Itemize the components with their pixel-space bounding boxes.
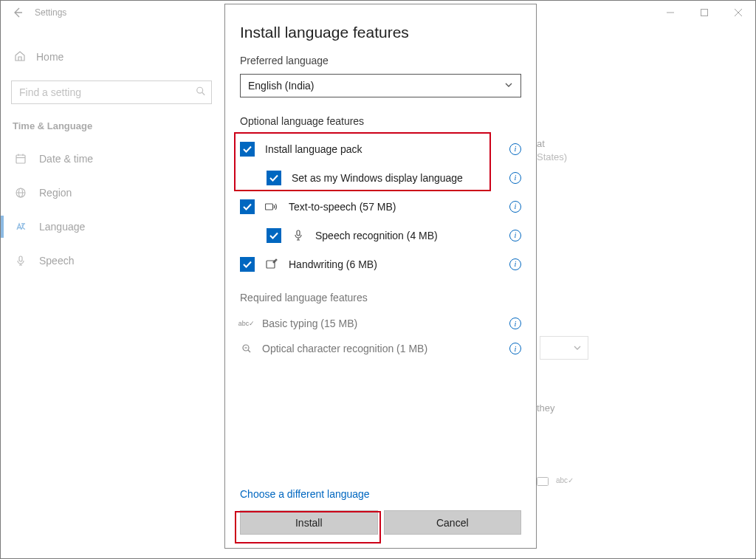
sidebar-home[interactable]: Home (1, 42, 222, 72)
required-ocr: Optical character recognition (1 MB) i (240, 336, 521, 361)
install-button[interactable]: Install (240, 510, 378, 535)
back-button[interactable] (1, 1, 35, 24)
calendar-icon (14, 152, 27, 165)
feature-label: Speech recognition (4 MB) (315, 230, 438, 241)
preferred-language-label: Preferred language (240, 55, 521, 66)
svg-rect-1 (701, 10, 708, 16)
language-icon (14, 220, 27, 233)
tts-icon (265, 200, 278, 213)
search-input[interactable] (11, 80, 212, 104)
checkbox-checked[interactable] (240, 199, 255, 214)
feature-install-language-pack[interactable]: Install language pack i (240, 134, 521, 163)
home-icon (14, 50, 26, 64)
sidebar-search[interactable] (11, 80, 212, 104)
info-icon[interactable]: i (509, 201, 521, 213)
svg-line-5 (202, 92, 205, 95)
sidebar-item-label: Language (39, 221, 85, 233)
optional-features-label: Optional language features (240, 115, 521, 127)
svg-rect-14 (537, 478, 549, 486)
sidebar-home-label: Home (36, 51, 63, 63)
svg-point-4 (197, 87, 203, 93)
feature-text-to-speech[interactable]: Text-to-speech (57 MB) i (240, 192, 521, 221)
info-icon[interactable]: i (509, 143, 521, 155)
settings-window: Settings Home Time & Languag (0, 0, 756, 559)
feature-handwriting[interactable]: Handwriting (6 MB) i (240, 250, 521, 278)
sidebar-item-speech[interactable]: Speech (1, 244, 222, 278)
bg-iconrow: abc✓ (537, 476, 574, 488)
sidebar-section-header: Time & Language (1, 117, 222, 142)
choose-different-language-link[interactable]: Choose a different language (240, 488, 370, 500)
install-language-dialog: Install language features Preferred lang… (224, 4, 537, 549)
svg-rect-17 (266, 204, 273, 210)
cancel-button[interactable]: Cancel (384, 510, 522, 535)
required-label: Basic typing (15 MB) (262, 318, 357, 329)
required-basic-typing: abc✓ Basic typing (15 MB) i (240, 311, 521, 336)
microphone-icon (14, 254, 27, 267)
keyboard-icon (537, 476, 549, 488)
preferred-language-combo[interactable]: English (India) (240, 74, 521, 97)
feature-label: Handwriting (6 MB) (289, 258, 377, 270)
close-button[interactable] (721, 1, 755, 24)
globe-icon (14, 186, 27, 199)
sidebar-item-label: Speech (39, 255, 74, 267)
svg-rect-6 (16, 155, 25, 163)
bg-text-b: States) (537, 151, 567, 162)
feature-label: Set as my Windows display language (292, 172, 463, 184)
minimize-button[interactable] (653, 1, 687, 24)
sidebar-item-language[interactable]: Language (1, 210, 222, 244)
feature-label: Install language pack (265, 143, 362, 155)
checkbox-checked[interactable] (240, 142, 255, 157)
checkbox-checked[interactable] (267, 171, 281, 185)
bg-text-a: at (537, 138, 545, 149)
checkbox-checked[interactable] (267, 228, 281, 243)
required-label: Optical character recognition (1 MB) (262, 343, 427, 354)
info-icon[interactable]: i (509, 172, 521, 184)
svg-rect-13 (19, 256, 22, 261)
info-icon[interactable]: i (509, 230, 521, 241)
ocr-icon (240, 343, 253, 354)
svg-rect-18 (297, 230, 300, 236)
bg-combo[interactable] (540, 336, 588, 360)
handwriting-icon (265, 258, 278, 271)
sidebar: Home Time & Language Date & time Region (1, 35, 222, 558)
info-icon[interactable]: i (509, 258, 521, 270)
search-icon (196, 86, 206, 99)
sidebar-item-label: Date & time (39, 153, 93, 165)
abc-icon: abc✓ (240, 320, 253, 327)
optional-features-list: Install language pack i Set as my Window… (240, 134, 521, 278)
preferred-language-value: English (India) (248, 80, 315, 92)
sidebar-item-region[interactable]: Region (1, 176, 222, 210)
dialog-title: Install language features (240, 24, 521, 41)
info-icon[interactable]: i (509, 318, 521, 329)
window-title: Settings (35, 7, 66, 18)
microphone-icon (292, 229, 305, 242)
maximize-button[interactable] (687, 1, 721, 24)
info-icon[interactable]: i (509, 343, 521, 354)
abc-icon: abc✓ (556, 476, 574, 488)
checkbox-checked[interactable] (240, 257, 255, 272)
chevron-down-icon (504, 80, 513, 92)
feature-label: Text-to-speech (57 MB) (289, 201, 396, 213)
required-features-section: Required language features abc✓ Basic ty… (240, 292, 521, 361)
required-features-label: Required language features (240, 292, 521, 303)
sidebar-item-date-time[interactable]: Date & time (1, 142, 222, 176)
feature-set-display-language[interactable]: Set as my Windows display language i (240, 163, 521, 192)
sidebar-item-label: Region (39, 187, 72, 199)
feature-speech-recognition[interactable]: Speech recognition (4 MB) i (240, 221, 521, 250)
bg-text-c: they (537, 402, 555, 414)
